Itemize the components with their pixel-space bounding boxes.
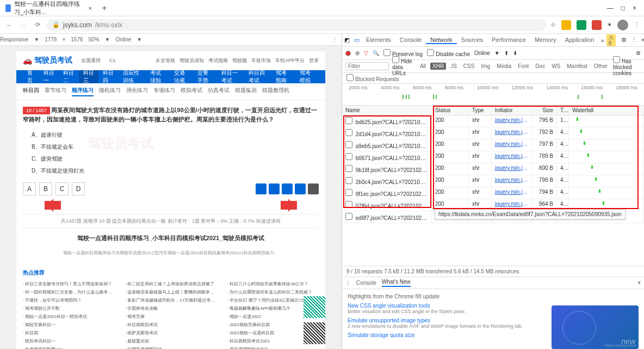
settings-icon[interactable]: ⚙ [621,36,627,44]
hot-link[interactable]: · 多款广州省越抽成司机年，17天顺利通过考试，…… [125,297,216,303]
action-icon-2[interactable] [269,183,280,194]
promo-banner[interactable]: new https://blog.csdn [552,305,639,349]
inspect-icon[interactable]: ◩ [344,36,350,44]
filter-type-other[interactable]: Other [592,63,610,70]
extension-icon-2[interactable] [577,20,586,30]
window-close[interactable]: × [633,4,636,12]
letter-button-C[interactable]: C [55,182,69,195]
letter-button-D[interactable]: D [72,182,85,195]
hot-link[interactable]: · 哈萨克斯坦考试 [125,330,216,336]
hot-link[interactable]: · 为什么你震惊道经常这么的科目二直线难？ [227,289,319,295]
back-button[interactable]: ← [4,20,14,30]
nav-item[interactable]: 驾考指南 [271,70,295,83]
hot-link[interactable]: · 不懂技，自学可以考驾照吗？ [23,297,114,303]
zoom-level[interactable]: 50% [89,36,100,42]
device-toggle-icon[interactable]: ▭ [354,36,360,44]
top-link[interactable]: 从业资格 [156,57,175,64]
devtools-tab-console[interactable]: Console [395,36,426,43]
subnav-item[interactable]: 顺序练习 [72,87,94,96]
col-size[interactable]: Size [532,106,557,115]
blocked-requests-checkbox[interactable]: Blocked Requests [346,76,399,82]
hot-link[interactable]: · 模拟考试科目一 [23,338,114,344]
window-maximize[interactable]: □ [621,4,625,12]
letter-button-A[interactable]: A [23,182,36,195]
network-timeline[interactable]: 2000 ms4000 ms6000 ms8000 ms10000 ms1200… [342,84,644,106]
answer-option[interactable]: A、超速行驶 [32,129,319,141]
drawer-menu[interactable]: ⋮ [345,280,351,286]
nav-item[interactable]: 科目一 [39,70,59,83]
col-time[interactable]: T... [557,106,569,115]
hot-link[interactable]: · 驾校宝典科目一 [23,322,114,328]
filter-toggle[interactable]: ▽ [364,50,368,56]
tab-close-button[interactable]: × [88,5,92,11]
reload-button[interactable]: ⟳ [33,20,42,30]
action-icon-3[interactable] [282,183,293,194]
top-link[interactable]: 驾校圈 [232,57,247,64]
network-request-row[interactable]: a9eb5.json?CALL=?20210205090935.json200x… [342,139,644,151]
answer-option[interactable]: B、不按规定会车 [32,141,319,153]
letter-button-B[interactable]: B [39,182,52,195]
extension-icon-1[interactable] [561,20,571,30]
site-logo[interactable]: 🚗 驾驶员考试 [23,56,72,65]
throttle-select[interactable]: Online [474,50,490,56]
nav-item[interactable]: 科目四考试 [244,70,271,83]
network-request-row[interactable]: b0671.json?CALL=?20210205090935.json200x… [342,151,644,163]
filter-type-ws[interactable]: WS [549,63,562,70]
upload-icon[interactable]: ⬆ [504,50,509,56]
filter-input[interactable] [345,62,389,70]
filter-type-media[interactable]: Media [494,63,513,70]
answer-option[interactable]: C、疲劳驾驶 [32,153,319,165]
nav-item[interactable]: 考试须知 [146,70,169,83]
network-request-row[interactable]: 2b0c4.json?CALL=?20210205090935.json200x… [342,175,644,187]
devtools-tab-performance[interactable]: Performance [487,36,530,43]
devtools-close[interactable]: × [641,36,644,44]
download-icon[interactable]: ⬇ [513,50,517,56]
hot-link[interactable]: · 驾考宝典 [125,314,216,320]
subnav-item[interactable]: 强化练习 [126,87,148,96]
device-mode[interactable]: Responsive [0,36,28,42]
qr-icon[interactable] [308,183,319,194]
drawer-close[interactable]: × [637,280,641,286]
network-request-row[interactable]: 9b18f.json?CALL=?20210205090935.json200x… [342,163,644,175]
extension-icon-3[interactable] [592,20,602,30]
nav-item[interactable]: 科目三 [79,70,99,83]
filter-type-all[interactable]: All [418,63,428,70]
drawer-tab-whatsnew[interactable]: What's New [382,279,411,287]
col-waterfall[interactable]: Waterfall [569,106,644,115]
hot-link[interactable]: · 科一四科四规则三次失败，为什么这么难考？…… [23,289,114,295]
filter-type-font[interactable]: Font [516,63,531,70]
more-tabs[interactable]: » [598,37,606,44]
nav-item[interactable]: 交通法规 [170,70,193,83]
hot-link[interactable]: · 驾校一点通2021科目一模拟考试 [23,314,114,320]
clear-button[interactable]: ⊘ [355,50,360,56]
devtools-tab-sources[interactable]: Sources [457,36,487,43]
network-request-row[interactable]: 2d1d4.json?CALL=?20210205090935.json200x… [342,127,644,139]
devtools-menu[interactable]: ⋮ [631,36,637,44]
warning-badge[interactable]: ⚠ 9 [606,34,616,46]
hot-link[interactable]: · 科二按定局科三难？上考场前弄清状态就够了 [125,281,216,287]
hot-link[interactable]: · 超级重光知 [125,338,216,344]
prev-arrow[interactable] [45,201,61,210]
window-minimize[interactable]: — [607,4,614,12]
subnav-item[interactable]: 专项练习 [153,87,175,96]
viewport-height[interactable]: 1576 [71,36,83,42]
drawer-tab-console[interactable]: Console [356,280,376,286]
hot-link[interactable]: · 学霸师考前攻略 [125,305,216,311]
hot-link[interactable]: · 驾考驾驶公开不配 [23,305,114,311]
top-link[interactable]: 考试指南 [208,57,228,64]
star-icon[interactable]: ☆ [550,21,556,28]
devtools-tab-memory[interactable]: Memory [530,36,561,43]
col-initiator[interactable]: Initiator [492,106,532,115]
hot-link[interactable]: · 科目三什么时间练车效果集排练30公分？ [227,281,319,287]
hot-link[interactable]: · 科目四模拟考试 [125,322,216,328]
nav-item[interactable]: 科目一考试 [217,70,244,83]
action-icon-4[interactable] [295,183,306,194]
network-settings[interactable]: ⚙ [636,50,641,56]
nav-item[interactable]: 科目二 [59,70,79,83]
filter-type-manifest[interactable]: Manifest [565,63,590,70]
nav-item[interactable]: 适应性训练 [119,70,146,83]
viewport-width[interactable]: 1778 [45,36,57,42]
answer-option[interactable]: D、不按规定使用灯光 [32,165,319,177]
col-status[interactable]: Status [432,106,469,115]
url-input[interactable]: 🔒 jsyks.com/kms-sxlx [47,19,546,31]
